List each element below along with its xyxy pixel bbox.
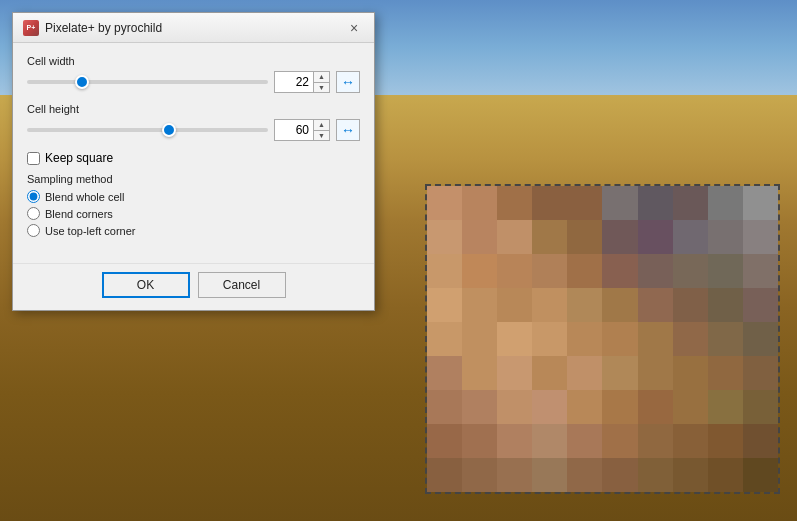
cell-height-link-button[interactable]: ↔ bbox=[336, 119, 360, 141]
dialog-footer: OK Cancel bbox=[13, 263, 374, 310]
cell-width-spin-up[interactable]: ▲ bbox=[314, 72, 329, 82]
radio-blend-whole-label[interactable]: Blend whole cell bbox=[45, 191, 125, 203]
radio-row-blend-corners: Blend corners bbox=[27, 207, 360, 220]
cell-width-input-wrap: ▲ ▼ bbox=[274, 71, 330, 93]
cell-width-input[interactable] bbox=[275, 72, 313, 92]
radio-row-blend-whole: Blend whole cell bbox=[27, 190, 360, 203]
radio-group-sampling: Blend whole cell Blend corners Use top-l… bbox=[27, 190, 360, 237]
cell-height-spin-down[interactable]: ▼ bbox=[314, 130, 329, 141]
cell-width-row: ▲ ▼ ↔ bbox=[27, 71, 360, 93]
cancel-button[interactable]: Cancel bbox=[198, 272, 286, 298]
cell-width-slider-container bbox=[27, 72, 268, 92]
pixelated-image-area bbox=[425, 184, 780, 494]
radio-blend-corners-label[interactable]: Blend corners bbox=[45, 208, 113, 220]
cell-width-spinners: ▲ ▼ bbox=[313, 72, 329, 92]
cell-width-link-button[interactable]: ↔ bbox=[336, 71, 360, 93]
cell-width-spin-down[interactable]: ▼ bbox=[314, 82, 329, 93]
radio-blend-corners[interactable] bbox=[27, 207, 40, 220]
cell-width-label: Cell width bbox=[27, 55, 360, 67]
close-button[interactable]: × bbox=[344, 18, 364, 38]
radio-top-left[interactable] bbox=[27, 224, 40, 237]
sampling-method-label: Sampling method bbox=[27, 173, 360, 185]
dialog-content: Cell width ▲ ▼ ↔ Cell height bbox=[13, 43, 374, 263]
radio-top-left-label[interactable]: Use top-left corner bbox=[45, 225, 135, 237]
keep-square-label[interactable]: Keep square bbox=[45, 151, 113, 165]
titlebar-left: P+ Pixelate+ by pyrochild bbox=[23, 20, 162, 36]
cell-height-spinners: ▲ ▼ bbox=[313, 120, 329, 140]
dialog-titlebar: P+ Pixelate+ by pyrochild × bbox=[13, 13, 374, 43]
cell-width-slider[interactable] bbox=[27, 80, 268, 84]
cell-height-input-wrap: ▲ ▼ bbox=[274, 119, 330, 141]
keep-square-checkbox[interactable] bbox=[27, 152, 40, 165]
dialog-title: Pixelate+ by pyrochild bbox=[45, 21, 162, 35]
keep-square-row: Keep square bbox=[27, 151, 360, 165]
radio-row-top-left: Use top-left corner bbox=[27, 224, 360, 237]
ok-button[interactable]: OK bbox=[102, 272, 190, 298]
cell-height-label: Cell height bbox=[27, 103, 360, 115]
cell-height-slider-container bbox=[27, 120, 268, 140]
pixel-grid bbox=[427, 186, 778, 492]
cell-height-slider[interactable] bbox=[27, 128, 268, 132]
cell-height-row: ▲ ▼ ↔ bbox=[27, 119, 360, 141]
radio-blend-whole[interactable] bbox=[27, 190, 40, 203]
dialog-app-icon: P+ bbox=[23, 20, 39, 36]
dialog: P+ Pixelate+ by pyrochild × Cell width ▲… bbox=[12, 12, 375, 311]
cell-height-spin-up[interactable]: ▲ bbox=[314, 120, 329, 130]
cell-height-input[interactable] bbox=[275, 120, 313, 140]
